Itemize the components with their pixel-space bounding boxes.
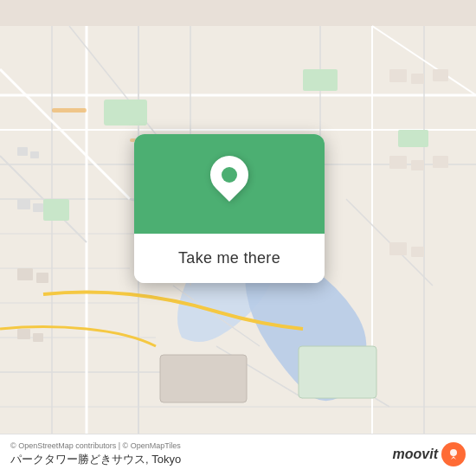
take-me-there-button[interactable]: Take me there [134, 234, 325, 283]
svg-rect-33 [17, 147, 28, 156]
popup-card: Take me there [134, 134, 325, 283]
svg-rect-47 [389, 242, 407, 255]
svg-rect-39 [17, 329, 30, 339]
pin-body [203, 147, 256, 201]
map-container: Take me there © OpenStreetMap contributo… [0, 0, 476, 476]
svg-rect-53 [52, 108, 87, 113]
svg-rect-50 [299, 346, 376, 398]
location-name: パークタワー勝どきサウス, Tokyo [10, 452, 181, 467]
svg-rect-46 [433, 156, 448, 168]
svg-rect-35 [17, 199, 30, 209]
svg-rect-27 [104, 100, 147, 125]
attribution-text: © OpenStreetMap contributors | © OpenMap… [10, 441, 181, 450]
moovit-text: moovit [393, 447, 438, 462]
location-pin [206, 156, 253, 213]
svg-rect-28 [43, 199, 69, 221]
svg-rect-42 [411, 74, 424, 84]
svg-rect-29 [303, 69, 338, 91]
pin-inner [222, 167, 237, 183]
svg-rect-38 [36, 273, 48, 283]
svg-point-55 [450, 449, 457, 456]
moovit-icon [441, 442, 466, 466]
svg-rect-34 [30, 151, 39, 158]
svg-rect-43 [433, 69, 448, 81]
svg-rect-30 [398, 130, 428, 147]
svg-rect-49 [160, 355, 247, 402]
svg-rect-45 [411, 160, 424, 170]
svg-rect-36 [33, 203, 43, 212]
svg-rect-40 [33, 333, 43, 342]
popup-header [134, 134, 325, 234]
location-info: © OpenStreetMap contributors | © OpenMap… [10, 441, 181, 467]
svg-rect-44 [389, 156, 407, 169]
svg-rect-48 [411, 247, 424, 257]
bottom-bar: © OpenStreetMap contributors | © OpenMap… [0, 434, 476, 476]
svg-rect-41 [389, 69, 407, 82]
svg-rect-37 [17, 268, 33, 280]
moovit-logo: moovit [393, 442, 466, 466]
